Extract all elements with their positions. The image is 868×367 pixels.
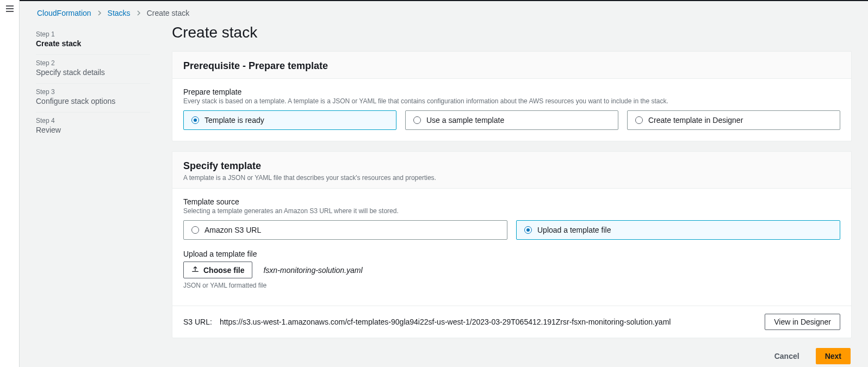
s3-url-label: S3 URL: bbox=[183, 318, 212, 326]
option-label: Create template in Designer bbox=[648, 116, 743, 125]
option-label: Amazon S3 URL bbox=[204, 226, 261, 234]
radio-icon bbox=[413, 116, 421, 124]
chevron-right-icon bbox=[136, 9, 141, 17]
option-label: Use a sample template bbox=[426, 116, 504, 125]
panel-heading: Specify template bbox=[183, 160, 840, 172]
chevron-right-icon bbox=[97, 9, 102, 17]
step-title: Specify stack details bbox=[36, 68, 150, 77]
panel-heading: Prerequisite - Prepare template bbox=[183, 60, 840, 72]
option-sample-template[interactable]: Use a sample template bbox=[405, 110, 618, 130]
cancel-button[interactable]: Cancel bbox=[766, 348, 808, 364]
field-label-upload-file: Upload a template file bbox=[183, 250, 840, 258]
field-label-template-source: Template source bbox=[183, 197, 840, 206]
option-template-ready[interactable]: Template is ready bbox=[183, 110, 396, 130]
radio-icon bbox=[191, 116, 199, 124]
breadcrumb-stacks[interactable]: Stacks bbox=[108, 9, 131, 17]
file-format-help: JSON or YAML formatted file bbox=[183, 282, 840, 289]
radio-icon bbox=[524, 226, 532, 234]
step-title: Create stack bbox=[36, 39, 150, 48]
step-label: Step 4 bbox=[36, 117, 150, 125]
menu-toggle[interactable] bbox=[0, 0, 20, 20]
choose-file-button[interactable]: Choose file bbox=[183, 262, 252, 278]
panel-subheading: A template is a JSON or YAML file that d… bbox=[183, 174, 840, 182]
step-label: Step 1 bbox=[36, 30, 150, 38]
page-title: Create stack bbox=[172, 24, 852, 41]
upload-icon bbox=[191, 265, 199, 275]
wizard-step-3[interactable]: Step 3 Configure stack options bbox=[36, 84, 150, 113]
step-label: Step 3 bbox=[36, 88, 150, 96]
wizard-step-4[interactable]: Step 4 Review bbox=[36, 113, 150, 141]
panel-specify-template: Specify template A template is a JSON or… bbox=[172, 151, 852, 338]
step-title: Configure stack options bbox=[36, 97, 150, 105]
panel-prerequisite: Prerequisite - Prepare template Prepare … bbox=[172, 51, 852, 141]
radio-icon bbox=[191, 226, 199, 234]
option-label: Upload a template file bbox=[537, 226, 611, 234]
selected-filename: fsxn-monitoring-solution.yaml bbox=[263, 266, 362, 275]
field-help: Selecting a template generates an Amazon… bbox=[183, 207, 840, 215]
field-help: Every stack is based on a template. A te… bbox=[183, 97, 840, 105]
breadcrumb-current: Create stack bbox=[147, 9, 190, 17]
wizard-step-2[interactable]: Step 2 Specify stack details bbox=[36, 55, 150, 84]
s3-url-value: https://s3.us-west-1.amazonaws.com/cf-te… bbox=[220, 318, 671, 326]
option-amazon-s3-url[interactable]: Amazon S3 URL bbox=[183, 220, 507, 240]
next-button[interactable]: Next bbox=[816, 348, 851, 364]
choose-file-label: Choose file bbox=[203, 266, 244, 275]
wizard-steps: Step 1 Create stack Step 2 Specify stack… bbox=[36, 21, 150, 141]
breadcrumb-cloudformation[interactable]: CloudFormation bbox=[37, 9, 91, 17]
step-title: Review bbox=[36, 126, 150, 134]
step-label: Step 2 bbox=[36, 59, 150, 67]
option-label: Template is ready bbox=[204, 116, 264, 125]
field-label-prepare-template: Prepare template bbox=[183, 88, 840, 96]
view-in-designer-button[interactable]: View in Designer bbox=[765, 314, 840, 330]
radio-icon bbox=[635, 116, 643, 124]
option-create-in-designer[interactable]: Create template in Designer bbox=[627, 110, 840, 130]
breadcrumb: CloudFormation Stacks Create stack bbox=[20, 1, 868, 21]
option-upload-template-file[interactable]: Upload a template file bbox=[516, 220, 840, 240]
hamburger-icon bbox=[5, 4, 14, 15]
wizard-step-1[interactable]: Step 1 Create stack bbox=[36, 26, 150, 55]
